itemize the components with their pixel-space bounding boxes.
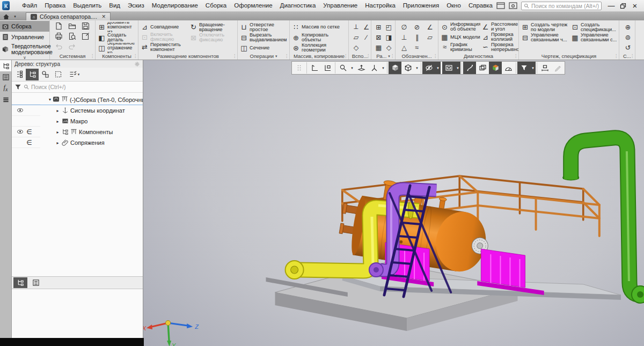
tree-row-assembly-root[interactable]: ▾ (-)Сборка (Тел-0, Сборочных едини	[12, 94, 143, 105]
chevron-down-icon[interactable]: ▾	[414, 62, 420, 74]
geometry-collection-button[interactable]: ⊛Коллекция геометрии	[292, 43, 347, 53]
add-component-button[interactable]: ⊞Добавить компонент из...	[98, 22, 137, 32]
continuity-check-button[interactable]: ∽Проверка непрерывности	[481, 42, 519, 52]
aux-line-icon[interactable]: ∕	[365, 34, 367, 41]
menu-view[interactable]: Вид	[105, 0, 124, 11]
appearance-icon[interactable]	[489, 62, 502, 74]
designation-4-icon[interactable]: ⊥	[401, 33, 407, 41]
group-grip[interactable]: ⋮	[433, 54, 437, 59]
tree-row-coordinate-systems[interactable]: ▸ Системы координат	[12, 105, 143, 116]
designation-8-icon[interactable]: ≈	[415, 44, 419, 51]
frames-icon[interactable]	[476, 62, 489, 74]
minimize-button[interactable]: —	[605, 1, 617, 11]
expand-caret-icon[interactable]: ▸	[55, 141, 60, 145]
tree-tab-structure[interactable]	[13, 277, 27, 288]
tree-row-components[interactable]: ∈ ▸ Компоненты	[12, 127, 143, 137]
move-component-button[interactable]: ⇄Переместить компонент	[141, 42, 188, 52]
mirror-component-button[interactable]: ◫Зеркальное отражение ко...	[98, 43, 137, 53]
element-of-icon[interactable]: ∈	[25, 139, 34, 146]
menu-file[interactable]: Файл	[18, 0, 41, 11]
chevron-down-icon[interactable]: ▾	[455, 62, 460, 74]
add-cursor-icon[interactable]: ⊕	[625, 23, 631, 31]
chevron-down-icon[interactable]: ▾	[530, 62, 536, 74]
dim-leader-icon[interactable]: ◇	[386, 43, 392, 51]
coordinate-triad-icon[interactable]	[368, 62, 380, 74]
print-icon[interactable]	[55, 32, 63, 42]
document-tab[interactable]: ⌂ Сборка сепаратора.... ×	[26, 12, 111, 20]
section-button[interactable]: ◫Сечение	[240, 43, 288, 53]
simple-hole-button[interactable]: ⊔Отверстие простое	[240, 22, 288, 32]
enable-fixation-button[interactable]: ⊡Включить фиксацию	[141, 32, 188, 42]
mode-tab-solid-modeling[interactable]: Твердотельное моделирование	[0, 42, 49, 56]
zoom-icon[interactable]	[336, 62, 349, 74]
copy-objects-button[interactable]: ⊕Копировать объекты	[292, 32, 347, 42]
tree-row-macro[interactable]: ▸ Макро	[12, 116, 143, 127]
manage-linked-specs-button[interactable]: ▦Управление связанными с...	[571, 32, 618, 42]
tree-structure-view-button[interactable]	[13, 69, 26, 80]
designation-5-icon[interactable]: ∥	[415, 33, 419, 41]
mode-tab-assembly[interactable]: Сборка	[0, 21, 49, 32]
visibility-eye-icon[interactable]	[16, 129, 25, 134]
menu-edit[interactable]: Правка	[41, 0, 69, 11]
aux-plane-icon[interactable]: ⟂	[354, 23, 358, 31]
interface-settings-icon[interactable]	[509, 2, 517, 9]
group-grip[interactable]: ⋮	[366, 54, 370, 59]
grid-array-button[interactable]: ∷Массив по сетке	[292, 22, 347, 32]
tab-close-icon[interactable]: ×	[102, 13, 106, 20]
menu-layout[interactable]: Оформление	[230, 0, 276, 11]
dimensions-icon[interactable]	[538, 62, 551, 74]
group-grip[interactable]: ⋮	[232, 54, 237, 59]
clip-view-icon[interactable]	[442, 62, 455, 74]
refresh-hand-icon[interactable]: ↺	[625, 43, 631, 51]
designation-1-icon[interactable]: ∅	[401, 23, 407, 31]
window-layout-icon[interactable]	[496, 2, 505, 9]
chevron-down-icon[interactable]: ▾	[380, 62, 386, 74]
group-grip[interactable]: ⋮	[90, 54, 94, 59]
visibility-eye-icon[interactable]	[16, 108, 25, 113]
expand-caret-icon[interactable]: ▸	[55, 119, 60, 124]
tree-composition-view-button[interactable]	[26, 69, 39, 80]
dim-diametral-icon[interactable]: ◨	[386, 33, 392, 41]
menu-select[interactable]: Выделить	[69, 0, 105, 11]
filter-icon[interactable]	[517, 62, 530, 74]
save-icon[interactable]	[82, 22, 90, 32]
undo-icon[interactable]	[55, 42, 63, 53]
parameters-panel-toggle[interactable]	[0, 71, 11, 83]
tree-selection-filter-button[interactable]	[52, 69, 64, 80]
designation-6-icon[interactable]: ▱	[427, 33, 433, 41]
chevron-down-icon[interactable]: ▾	[435, 62, 441, 74]
quick-sketch-icon[interactable]	[551, 62, 564, 74]
designation-3-icon[interactable]: ∠	[427, 23, 433, 31]
expand-caret-icon[interactable]: ▸	[55, 130, 60, 135]
mode-tab-management[interactable]: Управление	[0, 32, 49, 42]
tree-search-input[interactable]: Поиск (Ctrl+/)	[24, 84, 143, 90]
measure-icon[interactable]	[502, 62, 515, 74]
disable-fixation-button[interactable]: ⊠Отключить фиксацию	[189, 32, 236, 42]
dim-linear-icon[interactable]: ⊞	[376, 23, 381, 31]
find-text-icon[interactable]: ⊚	[625, 33, 631, 41]
drag-handle-icon[interactable]	[292, 62, 305, 74]
create-specification-button[interactable]: ⊡Создать спецификаци...	[571, 22, 618, 32]
object-info-button[interactable]: ⊙Информация об объекте	[441, 22, 480, 32]
menu-settings[interactable]: Настройка	[361, 0, 399, 11]
aux-axis-icon[interactable]: ∠	[363, 23, 369, 31]
dim-radial-icon[interactable]: ◰	[386, 23, 392, 31]
menu-modeling[interactable]: Моделирование	[148, 0, 202, 11]
ribbon-collapse-chevron[interactable]: ∨	[0, 55, 49, 60]
section-view-icon[interactable]	[463, 62, 476, 74]
close-button[interactable]: ×	[629, 1, 641, 11]
tree-display-options-button[interactable]: ▾	[68, 69, 80, 80]
tree-row-mates[interactable]: ∈ ▸ Сопряжения	[12, 137, 143, 148]
dim-chain-icon[interactable]: ▦	[376, 43, 382, 51]
home-icon[interactable]	[0, 12, 12, 20]
redo-icon[interactable]	[68, 42, 76, 53]
preview-icon[interactable]	[68, 32, 76, 42]
group-grip[interactable]: ⋮	[514, 54, 518, 59]
shaded-view-icon[interactable]	[389, 62, 401, 74]
tree-relations-button[interactable]	[39, 69, 52, 80]
3d-viewport[interactable]: ▾ ▾ ▾ ▾ ▾ ▾	[143, 60, 644, 346]
group-grip[interactable]: ⋮	[630, 54, 634, 59]
orientation-icon[interactable]	[355, 62, 368, 74]
view-plane-icon[interactable]	[308, 62, 321, 74]
rotation-rotation-button[interactable]: ↻Вращение-вращение	[189, 22, 236, 32]
